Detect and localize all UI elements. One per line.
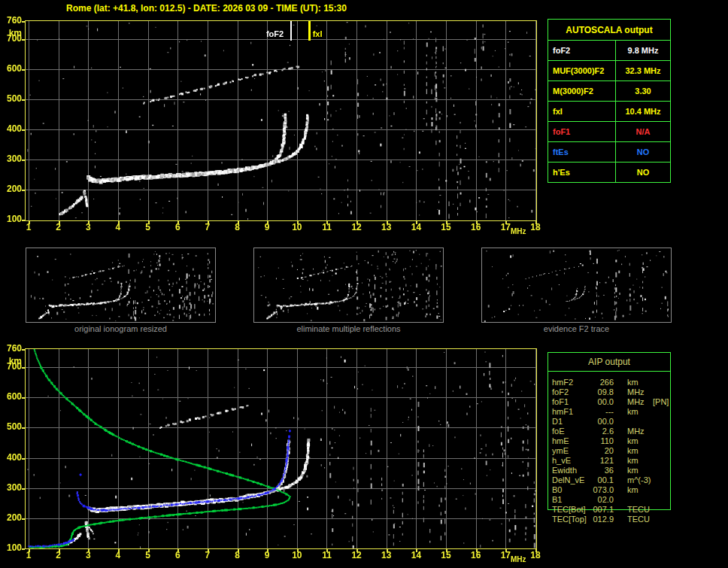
aip-row: DelN_vE00.1m^(-3) [552, 475, 669, 485]
autoscala-row-value: 10.4 MHz [616, 102, 671, 122]
aip-row: foF100.0MHz[PN] [552, 397, 669, 407]
autoscala-row-label: foF2 [548, 41, 616, 61]
x-tick-label: 7 [198, 223, 217, 232]
x-tick-label: 12 [347, 551, 366, 560]
y-axis-unit-label: km [0, 29, 22, 38]
aip-row-label: DelN_vE [552, 475, 591, 485]
station-title: Rome (lat: +41.8, lon: 012.5) - DATE: 20… [66, 3, 347, 14]
aip-row-note: [PN] [653, 397, 669, 407]
aip-row-label: TEC[Bot] [552, 505, 591, 515]
aip-row-label: TEC[Top] [552, 515, 591, 524]
aip-row-unit: MHz [627, 387, 648, 397]
aip-row-label: Ewidth [552, 466, 591, 475]
aip-row-value: 007.1 [591, 505, 614, 515]
aip-row-value: 012.9 [591, 515, 614, 524]
x-tick-label: 13 [377, 551, 396, 560]
aip-row-unit: km [627, 407, 648, 417]
aip-row-value: 00.1 [591, 475, 614, 485]
foF2-marker-line [290, 21, 292, 41]
fxI-marker-line [308, 21, 311, 41]
aip-row-value: --- [591, 407, 614, 417]
x-tick-label: 6 [168, 551, 187, 560]
aip-row-unit: km [627, 446, 648, 456]
aip-row-unit: MHz [627, 427, 648, 436]
thumbnail-canvas [26, 248, 215, 322]
x-tick-label: 16 [466, 223, 486, 232]
aip-row: TEC[Top]012.9TECU [552, 515, 669, 524]
aip-row-value: 2.6 [591, 427, 614, 436]
autoscala-row-value: 9.8 MHz [616, 41, 671, 61]
aip-row: TEC[Bot]007.1TECU [552, 505, 669, 515]
aip-row-unit: km [627, 456, 648, 466]
aip-row-value: 073.0 [591, 485, 614, 495]
aip-row: hmF2266km [552, 378, 669, 387]
aip-row-label: ymE [552, 446, 591, 456]
aip-row-unit [627, 495, 648, 505]
aip-row: B102.0 [552, 495, 669, 505]
y-tick-label: 500 [0, 422, 22, 432]
x-tick-label: 5 [138, 223, 158, 232]
x-tick-label: 4 [108, 223, 128, 232]
y-tick-label: 760 [0, 16, 22, 26]
y-tick-label: 200 [0, 513, 22, 523]
x-tick-label: 10 [287, 223, 307, 232]
x-tick-label: 15 [436, 223, 456, 232]
y-tick-label: 200 [0, 184, 22, 194]
aip-row-value: 20 [591, 446, 614, 456]
aip-row-label: hmF1 [552, 407, 591, 417]
x-tick-label: 1 [19, 223, 38, 232]
y-tick-label: 600 [0, 392, 22, 402]
autoscala-table-title: AUTOSCALA output [548, 20, 671, 41]
x-tick-label: 14 [406, 551, 426, 560]
aip-row-label: foF1 [552, 397, 591, 407]
x-tick-label: 1 [19, 551, 38, 560]
autoscala-row-label: h'Es [548, 163, 616, 183]
y-tick-label: 300 [0, 154, 22, 164]
profile-ionogram-canvas [22, 348, 538, 553]
y-tick-label: 400 [0, 453, 22, 463]
aip-row-value: 00.0 [591, 417, 614, 427]
thumbnail-caption: eliminate multiple reflections [253, 324, 444, 333]
aip-row-unit [627, 417, 648, 427]
aip-row: D100.0 [552, 417, 669, 427]
y-tick-label: 300 [0, 483, 22, 493]
aip-row-label: D1 [552, 417, 591, 427]
autoscala-row-label: fxI [548, 102, 616, 122]
x-tick-label: 18 [526, 223, 545, 232]
x-tick-label: 2 [49, 551, 68, 560]
x-axis-unit-label: MHz [511, 555, 526, 563]
x-tick-label: 12 [347, 223, 366, 232]
aip-row-unit: m^(-3) [627, 475, 648, 485]
thumbnail-canvas [482, 248, 671, 322]
x-tick-label: 14 [406, 223, 426, 232]
x-tick-label: 6 [168, 223, 187, 232]
autoscala-row: MUF(3000)F232.3 MHz [548, 61, 671, 81]
aip-row-unit: TECU [627, 515, 648, 524]
aip-row-unit: TECU [627, 505, 648, 515]
aip-row-label: foF2 [552, 387, 591, 397]
aip-row-value: 121 [591, 456, 614, 466]
aip-row-value: 110 [591, 436, 614, 446]
x-tick-label: 9 [257, 551, 277, 560]
autoscala-row-label: M(3000)F2 [548, 81, 616, 102]
x-tick-label: 5 [138, 551, 158, 560]
x-axis-unit-label: MHz [511, 227, 526, 235]
aip-row-value: 02.0 [591, 495, 614, 505]
aip-row: B0073.0km [552, 485, 669, 495]
aip-row-value: 00.0 [591, 397, 614, 407]
aip-row-unit: km [627, 436, 648, 446]
x-tick-label: 13 [377, 223, 396, 232]
autoscala-output-table: AUTOSCALA output foF29.8 MHzMUF(3000)F23… [548, 19, 671, 183]
autoscala-row-value: 32.3 MHz [616, 61, 671, 81]
autoscala-row: fxI10.4 MHz [548, 102, 671, 122]
x-tick-label: 8 [228, 223, 247, 232]
x-tick-label: 7 [198, 551, 217, 560]
aip-row-unit: km [627, 466, 648, 475]
top-ionogram-canvas [22, 20, 538, 225]
thumbnail-caption: evidence F2 trace [481, 324, 672, 333]
aip-row-label: B1 [552, 495, 591, 505]
thumbnail-original-ionogram [26, 248, 216, 323]
aip-row: foF209.8MHz [552, 387, 669, 397]
autoscala-row: h'EsNO [548, 163, 671, 183]
aip-row-unit: km [627, 378, 648, 387]
